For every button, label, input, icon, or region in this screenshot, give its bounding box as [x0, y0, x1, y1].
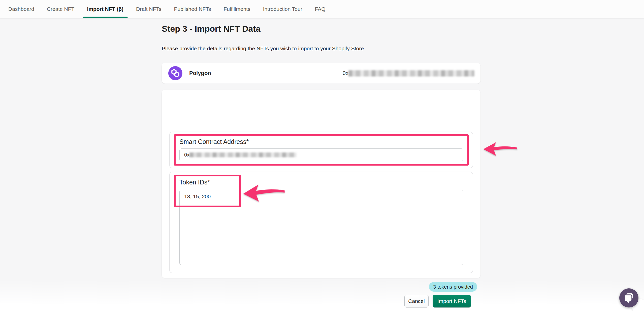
redacted-address-blur: [348, 70, 474, 76]
tab-draft-nfts[interactable]: Draft NFTs: [136, 0, 161, 18]
tab-label: Published NFTs: [174, 6, 211, 12]
page-subtitle: Please provide the details regarding the…: [162, 46, 364, 52]
annotation-arrow-icon: [483, 141, 518, 157]
active-tab-underline: [83, 17, 128, 18]
redacted-address-blur: [189, 152, 297, 157]
polygon-logo-icon: [168, 66, 182, 80]
tab-published-nfts[interactable]: Published NFTs: [174, 0, 211, 18]
tab-label: FAQ: [315, 6, 326, 12]
tokens-provided-badge: 3 tokens provided: [429, 282, 477, 292]
wallet-address: 0x: [343, 70, 474, 76]
contract-address-label: Smart Contract Address*: [179, 138, 249, 145]
token-ids-textarea[interactable]: 13, 15, 200: [179, 190, 463, 265]
tab-introduction-tour[interactable]: Introduction Tour: [263, 0, 302, 18]
tab-faq[interactable]: FAQ: [315, 0, 326, 18]
contract-address-input[interactable]: 0x: [179, 148, 463, 161]
chain-name: Polygon: [189, 70, 211, 76]
tab-import-nft[interactable]: Import NFT (β): [87, 0, 123, 18]
chain-summary-card: Polygon 0x: [162, 63, 480, 84]
import-nfts-button[interactable]: Import NFTs: [433, 295, 471, 307]
tab-label: Import NFT (β): [87, 6, 123, 12]
tab-label: Introduction Tour: [263, 6, 302, 12]
token-ids-label: Token IDs*: [179, 179, 210, 186]
cancel-button[interactable]: Cancel: [404, 295, 429, 307]
tab-create-nft[interactable]: Create NFT: [47, 0, 75, 18]
address-prefix: 0x: [343, 70, 348, 76]
page-title: Step 3 - Import NFT Data: [162, 24, 261, 34]
top-nav: Dashboard Create NFT Import NFT (β) Draf…: [0, 0, 644, 18]
footer-gradient: [0, 280, 644, 311]
tab-label: Dashboard: [8, 6, 34, 12]
chat-bubbles-icon: [623, 292, 634, 303]
tab-dashboard[interactable]: Dashboard: [8, 0, 34, 18]
address-prefix: 0x: [184, 152, 189, 158]
chat-launcher-button[interactable]: [619, 288, 638, 307]
tab-label: Fulfillments: [223, 6, 250, 12]
app-window: Dashboard Create NFT Import NFT (β) Draf…: [0, 0, 644, 311]
tab-label: Create NFT: [47, 6, 75, 12]
tab-label: Draft NFTs: [136, 6, 161, 12]
tab-fulfillments[interactable]: Fulfillments: [223, 0, 250, 18]
